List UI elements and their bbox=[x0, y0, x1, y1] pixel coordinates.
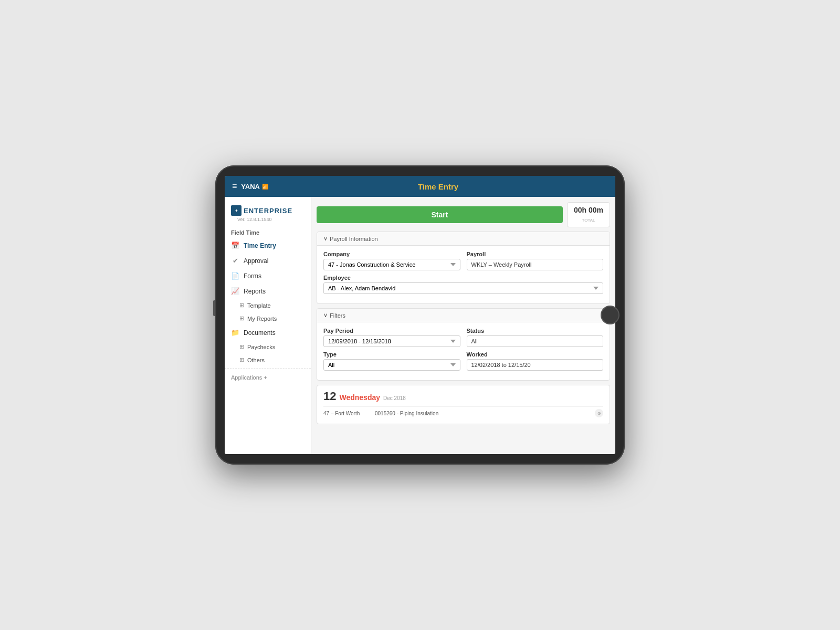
sidebar-item-documents-label: Documents bbox=[244, 329, 276, 337]
employee-label: Employee bbox=[323, 275, 603, 281]
sidebar-sub-others-label: Others bbox=[247, 357, 265, 363]
company-select[interactable]: 47 - Jonas Construction & Service bbox=[323, 259, 460, 270]
employee-row: Employee AB - Alex, Adam Bendavid bbox=[323, 275, 603, 294]
employee-col: Employee AB - Alex, Adam Bendavid bbox=[323, 275, 603, 294]
payroll-value: WKLY – Weekly Payroll bbox=[467, 259, 604, 270]
pay-period-select[interactable]: 12/09/2018 - 12/15/2018 bbox=[323, 335, 460, 347]
type-label: Type bbox=[323, 351, 460, 358]
employee-select[interactable]: AB - Alex, Adam Bendavid bbox=[323, 282, 603, 294]
sidebar-item-forms[interactable]: 📄 Forms bbox=[225, 268, 311, 284]
sidebar-item-approval[interactable]: ✔ Approval bbox=[225, 253, 311, 268]
logo-version: Ver. 12.8.1.1540 bbox=[231, 216, 304, 225]
sidebar-item-reports-label: Reports bbox=[244, 288, 266, 295]
sidebar-section-title: Field Time bbox=[225, 227, 311, 238]
payroll-section-body: Company 47 - Jonas Construction & Servic… bbox=[317, 246, 610, 303]
worked-value: 12/02/2018 to 12/15/20 bbox=[467, 359, 604, 371]
my-reports-grid-icon: ⊞ bbox=[239, 315, 244, 322]
entry-location: 47 – Fort Worth bbox=[323, 411, 371, 416]
filters-section-title: Filters bbox=[330, 312, 345, 319]
filters-section: ∨ Filters Pay Period 12/09/2018 - 12/15/… bbox=[317, 308, 610, 381]
sidebar-sub-item-paychecks[interactable]: ⊞ Paychecks bbox=[225, 340, 311, 353]
action-bar: Start 00h 00m TOTAL bbox=[317, 202, 610, 227]
page-title: Time Entry bbox=[268, 182, 608, 191]
sidebar: ✦ ENTERPRISE Ver. 12.8.1.1540 Field Time… bbox=[225, 197, 311, 454]
date-entry-header: 12 Wednesday Dec 2018 bbox=[323, 390, 603, 403]
tablet-frame: ≡ YANA 📶 Time Entry ✦ ENTERPRISE Ver. 12… bbox=[215, 165, 625, 465]
hamburger-menu-icon[interactable]: ≡ bbox=[232, 182, 237, 191]
sidebar-item-reports[interactable]: 📈 Reports bbox=[225, 284, 311, 299]
reports-icon: 📈 bbox=[231, 287, 239, 295]
logo-box: ✦ ENTERPRISE bbox=[231, 205, 304, 216]
main-content: ✦ ENTERPRISE Ver. 12.8.1.1540 Field Time… bbox=[225, 197, 615, 454]
filters-chevron-icon: ∨ bbox=[323, 312, 328, 319]
sidebar-sub-item-template[interactable]: ⊞ Template bbox=[225, 299, 311, 312]
sidebar-item-forms-label: Forms bbox=[244, 272, 261, 280]
payroll-section-title: Payroll Information bbox=[330, 236, 378, 242]
sidebar-divider bbox=[225, 369, 311, 369]
tablet-home-button[interactable] bbox=[601, 306, 620, 324]
sidebar-item-approval-label: Approval bbox=[244, 257, 268, 265]
time-display: 00h 00m TOTAL bbox=[567, 202, 610, 227]
date-entry-row: 12 Wednesday Dec 2018 47 – Fort Worth 00… bbox=[317, 385, 610, 424]
time-total-label: TOTAL bbox=[582, 218, 595, 223]
logo-icon: ✦ bbox=[231, 205, 242, 216]
payroll-section-header: ∨ Payroll Information bbox=[317, 232, 610, 246]
signal-icon: 📶 bbox=[262, 184, 268, 190]
company-label: Company bbox=[323, 251, 460, 257]
table-row: 47 – Fort Worth 0015260 - Piping Insulat… bbox=[323, 406, 603, 419]
others-grid-icon: ⊞ bbox=[239, 356, 244, 363]
sidebar-sub-my-reports-label: My Reports bbox=[247, 316, 277, 322]
sidebar-logo: ✦ ENTERPRISE Ver. 12.8.1.1540 bbox=[225, 202, 311, 227]
documents-icon: 📁 bbox=[231, 329, 239, 337]
template-grid-icon: ⊞ bbox=[239, 302, 244, 309]
payroll-section: ∨ Payroll Information Company 47 - Jonas… bbox=[317, 232, 610, 304]
company-col: Company 47 - Jonas Construction & Servic… bbox=[323, 251, 460, 270]
entry-action-button[interactable]: ⊙ bbox=[595, 409, 603, 417]
brand-name: YANA bbox=[241, 183, 260, 191]
paychecks-grid-icon: ⊞ bbox=[239, 343, 244, 350]
pay-period-label: Pay Period bbox=[323, 328, 460, 334]
sidebar-item-documents[interactable]: 📁 Documents bbox=[225, 325, 311, 340]
logo-text: ENTERPRISE bbox=[244, 207, 292, 215]
sidebar-item-time-entry-label: Time Entry bbox=[244, 242, 276, 249]
type-select[interactable]: All bbox=[323, 359, 460, 371]
type-col: Type All bbox=[323, 351, 460, 371]
calendar-icon: 📅 bbox=[231, 242, 239, 249]
sidebar-sub-template-label: Template bbox=[247, 302, 271, 309]
type-worked-row: Type All Worked 12/02/2018 to 12/15/20 bbox=[323, 351, 603, 371]
company-payroll-row: Company 47 - Jonas Construction & Servic… bbox=[323, 251, 603, 270]
chevron-down-icon: ∨ bbox=[323, 235, 328, 242]
filters-section-header: ∨ Filters bbox=[317, 309, 610, 322]
status-label: Status bbox=[467, 328, 604, 334]
worked-label: Worked bbox=[467, 351, 604, 358]
payroll-label: Payroll bbox=[467, 251, 604, 257]
entry-description: 0015260 - Piping Insulation bbox=[375, 411, 591, 416]
pay-period-col: Pay Period 12/09/2018 - 12/15/2018 bbox=[323, 328, 460, 347]
forms-icon: 📄 bbox=[231, 272, 239, 280]
filters-section-body: Pay Period 12/09/2018 - 12/15/2018 Statu… bbox=[317, 322, 610, 380]
status-value: All bbox=[467, 335, 604, 347]
date-day-number: 12 bbox=[323, 390, 336, 403]
tablet-volume-button bbox=[213, 300, 215, 316]
date-weekday: Wednesday bbox=[339, 393, 380, 402]
sidebar-sub-paychecks-label: Paychecks bbox=[247, 344, 275, 350]
sidebar-sub-item-my-reports[interactable]: ⊞ My Reports bbox=[225, 312, 311, 325]
payroll-col: Payroll WKLY – Weekly Payroll bbox=[467, 251, 604, 270]
time-value: 00h 00m bbox=[574, 206, 603, 214]
sidebar-applications[interactable]: Applications + bbox=[225, 371, 311, 384]
sidebar-item-time-entry[interactable]: 📅 Time Entry bbox=[225, 238, 311, 253]
sidebar-sub-item-others[interactable]: ⊞ Others bbox=[225, 353, 311, 366]
pay-period-status-row: Pay Period 12/09/2018 - 12/15/2018 Statu… bbox=[323, 328, 603, 347]
app-header: ≡ YANA 📶 Time Entry bbox=[225, 176, 615, 197]
tablet-screen: ≡ YANA 📶 Time Entry ✦ ENTERPRISE Ver. 12… bbox=[225, 176, 615, 454]
status-col: Status All bbox=[467, 328, 604, 347]
start-button[interactable]: Start bbox=[317, 206, 563, 223]
approval-icon: ✔ bbox=[231, 257, 239, 265]
right-panel: Start 00h 00m TOTAL ∨ Payroll Informatio… bbox=[311, 197, 615, 454]
date-month-year: Dec 2018 bbox=[383, 395, 406, 401]
worked-col: Worked 12/02/2018 to 12/15/20 bbox=[467, 351, 604, 371]
